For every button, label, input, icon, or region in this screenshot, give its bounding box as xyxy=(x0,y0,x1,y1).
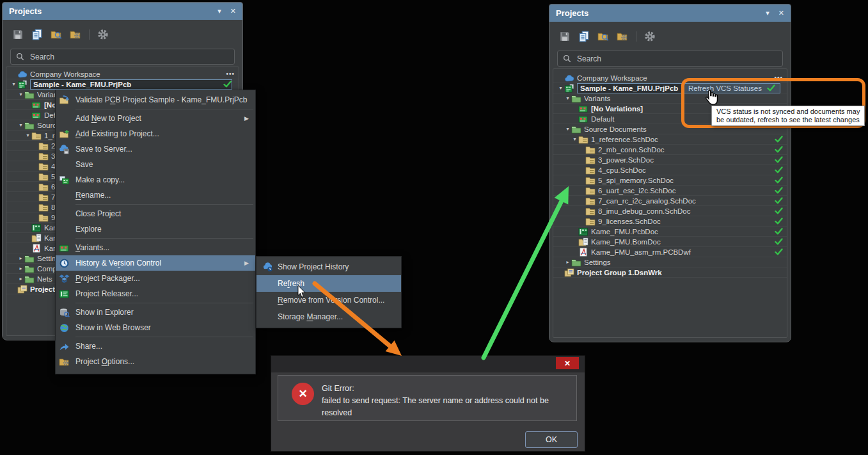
menu-item[interactable]: Share... xyxy=(56,339,255,354)
tree-row[interactable]: Company Workspace••• xyxy=(6,69,239,79)
folder-icon xyxy=(24,264,35,273)
menu-item[interactable]: Show Project History xyxy=(256,259,401,275)
tree-row[interactable]: 8_imu_debug_conn.SchDoc xyxy=(553,206,787,216)
tree-expander-icon[interactable]: ▾ xyxy=(557,83,564,93)
tree-expander-icon[interactable]: ▾ xyxy=(564,124,571,134)
tree-row[interactable]: Kame_FMU.PcbDoc xyxy=(553,227,787,237)
menu-item[interactable]: Explore xyxy=(56,221,255,237)
save-button[interactable] xyxy=(559,31,571,42)
copy-button[interactable] xyxy=(578,31,590,42)
panel-close-icon[interactable]: ✕ xyxy=(230,3,236,20)
tree-expander-icon[interactable]: ▾ xyxy=(17,90,24,100)
menu-item[interactable]: Project Releaser... xyxy=(56,286,255,301)
menu-item-label: History & Version Control xyxy=(75,259,161,267)
variant-icon xyxy=(59,243,70,253)
folder-icon xyxy=(571,125,581,134)
tree-row[interactable]: ▾1_reference.SchDoc xyxy=(553,134,787,145)
menu-item[interactable]: Save xyxy=(56,157,255,172)
tree-expander-icon[interactable]: ▾ xyxy=(571,134,578,145)
tree-row[interactable]: ▾Sample - Kame_FMU.PrjPcb xyxy=(6,79,239,90)
menu-item[interactable]: Project Options... xyxy=(56,354,255,369)
schdoc-icon xyxy=(585,186,596,195)
menu-item[interactable]: Storage Manager... xyxy=(256,308,401,325)
menu-item-label: Storage Manager... xyxy=(278,312,343,321)
tree-row[interactable]: ▸Settings xyxy=(553,257,787,267)
panel-collapse-icon[interactable]: ▾ xyxy=(766,4,769,22)
tree-row[interactable]: ▾Sample - Kame_FMU.PrjPcbRefresh VCS Sta… xyxy=(553,83,787,93)
tree-item-label: Kame_FMU.BomDoc xyxy=(591,238,661,246)
gear-button[interactable] xyxy=(644,31,656,42)
tree-item-label: 6_uart_esc_i2c.SchDoc xyxy=(598,187,675,195)
tree-expander-icon[interactable]: ▾ xyxy=(564,93,571,104)
schdoc-icon xyxy=(38,182,49,191)
tree-row[interactable]: 4_cpu.SchDoc xyxy=(553,165,787,175)
tree-row[interactable]: 3_power.SchDoc xyxy=(553,155,787,165)
menu-item-label: Save xyxy=(75,160,93,169)
tree-expander-icon[interactable]: ▸ xyxy=(17,274,24,284)
panel-close-icon[interactable]: ✕ xyxy=(778,4,784,22)
menu-item[interactable]: Show in Web Browser xyxy=(56,320,255,335)
error-icon: ✕ xyxy=(292,383,314,405)
menu-item[interactable]: Rename... xyxy=(56,188,255,203)
tree-item-label: Company Workspace xyxy=(30,70,100,78)
menu-item[interactable]: Make a copy... xyxy=(56,172,255,188)
tree-expander-icon[interactable]: ▾ xyxy=(10,79,17,90)
tree-row[interactable]: 7_can_rc_i2c_analog.SchDoc xyxy=(553,196,787,206)
menu-item[interactable]: Validate PCB Project Sample - Kame_FMU.P… xyxy=(56,92,255,108)
menu-separator xyxy=(75,238,253,239)
search-input[interactable] xyxy=(29,52,229,62)
menu-item-label: Rename... xyxy=(75,191,111,200)
menu-separator xyxy=(75,303,253,303)
tree-expander-icon[interactable]: ▸ xyxy=(564,257,571,267)
folder-settings-button[interactable] xyxy=(70,29,81,40)
search-input[interactable] xyxy=(576,54,777,64)
prjpcb-icon xyxy=(17,80,28,89)
ok-button[interactable]: OK xyxy=(525,431,578,448)
tree-expander-icon[interactable]: ▾ xyxy=(17,120,24,131)
dialog-close-button[interactable]: ✕ xyxy=(556,357,579,369)
web-icon xyxy=(59,323,70,333)
tree-row[interactable]: 5_spi_memory.SchDoc xyxy=(553,175,787,186)
tree-expander-icon[interactable]: ▸ xyxy=(17,253,24,264)
copy-button[interactable] xyxy=(31,29,43,40)
screenshot-canvas: Projects ▾ ✕ Company Workspace•••▾Sample… xyxy=(0,0,868,455)
save-button[interactable] xyxy=(12,29,24,40)
tree-expander-icon[interactable]: ▾ xyxy=(24,131,31,141)
schdoc-icon xyxy=(38,213,49,222)
tree-row[interactable]: Kame_FMU_asm_rm.PCBDwf xyxy=(553,247,787,257)
menu-item[interactable]: Add New to Project▶ xyxy=(56,111,255,126)
panel-collapse-icon[interactable]: ▾ xyxy=(217,3,221,20)
tree-row[interactable]: ▾Variants xyxy=(553,93,787,104)
tree-row[interactable]: Company Workspace••• xyxy=(553,73,787,83)
tree-row[interactable]: 6_uart_esc_i2c.SchDoc xyxy=(553,186,787,196)
menu-item[interactable]: Remove from Version Control... xyxy=(256,292,401,308)
menu-item[interactable]: History & Version Control▶ xyxy=(56,255,255,271)
tree-row[interactable]: Project Group 1.DsnWrk xyxy=(553,267,787,278)
menu-item[interactable]: Close Project xyxy=(56,206,255,221)
menu-item[interactable]: Refresh xyxy=(256,275,401,292)
tree-expander-icon[interactable]: ▸ xyxy=(17,264,24,274)
schdoc-icon xyxy=(585,156,596,164)
tree-item-label: 1_reference.SchDoc xyxy=(591,136,658,143)
variant-icon xyxy=(578,115,588,124)
menu-item[interactable]: Variants... xyxy=(56,240,255,255)
refresh-vcs-statuses-button[interactable]: Refresh VCS Statuses xyxy=(683,84,780,93)
gear-button[interactable] xyxy=(97,29,109,40)
tree-row[interactable]: 9_licenses.SchDoc xyxy=(553,216,787,227)
menu-item[interactable]: Add Existing to Project... xyxy=(56,126,255,141)
variant-icon xyxy=(31,111,42,120)
menu-item[interactable]: Project Packager... xyxy=(56,271,255,286)
menu-item[interactable]: Save to Server... xyxy=(56,141,255,157)
menu-item[interactable]: Show in Explorer xyxy=(56,305,255,320)
tree-item-label: Sample - Kame_FMU.PrjPcb xyxy=(580,84,678,92)
tree-row[interactable]: 2_mb_conn.SchDoc xyxy=(553,145,787,155)
tree-row[interactable]: Kame_FMU.BomDoc xyxy=(553,237,787,247)
folder-search-button[interactable] xyxy=(597,31,609,42)
folder-search-button[interactable] xyxy=(51,29,62,40)
tree-item-label: Kame_FMU_asm_rm.PCBDwf xyxy=(591,248,691,256)
workspace-menu-ellipsis[interactable]: ••• xyxy=(226,70,235,77)
add-existing-icon xyxy=(59,129,70,139)
folder-settings-button[interactable] xyxy=(617,31,628,42)
save-server-icon xyxy=(59,145,70,154)
workspace-menu-ellipsis[interactable]: ••• xyxy=(774,74,783,81)
